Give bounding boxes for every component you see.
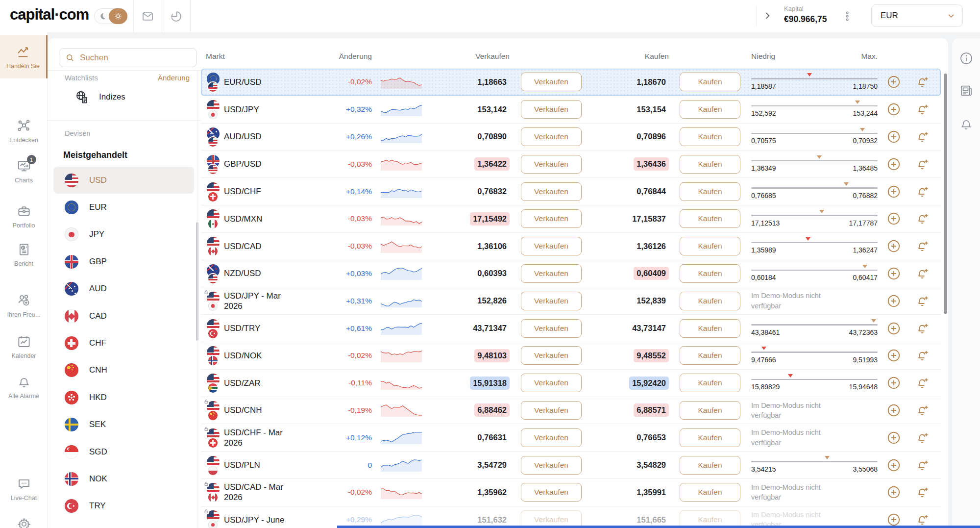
sell-button[interactable]: Verkaufen [521,319,582,338]
add-to-watchlist-icon[interactable] [886,403,901,418]
price-alert-icon[interactable] [915,157,930,172]
add-to-watchlist-icon[interactable] [886,294,901,308]
table-row-usd-cad[interactable]: USD/CAD -0,03% 1,36106 Verkaufen 1,36126… [201,233,941,260]
currency-item-jpy[interactable]: JPY [48,221,197,248]
table-row-gbp-usd[interactable]: GBP/USD -0,03% 1,36422 Verkaufen 1,36436… [201,151,941,178]
currency-item-cad[interactable]: CAD [48,302,197,329]
price-alert-icon[interactable] [915,485,930,500]
sell-button[interactable]: Verkaufen [521,264,582,283]
buy-button[interactable]: Kaufen [680,182,740,201]
add-to-watchlist-icon[interactable] [886,75,901,89]
price-alert-icon[interactable] [915,102,930,117]
theme-toggle[interactable] [94,8,127,24]
table-scrollbar[interactable] [944,74,947,314]
add-to-watchlist-icon[interactable] [886,485,901,500]
table-row-usd-zar[interactable]: USD/ZAR -0,11% 15,91318 Verkaufen 15,924… [201,370,941,397]
currency-item-nok[interactable]: NOK [48,465,197,492]
sell-button[interactable]: Verkaufen [521,483,582,502]
price-alert-icon[interactable] [915,321,930,336]
sell-button[interactable]: Verkaufen [521,73,582,91]
table-row-usd-chf[interactable]: USD/CHF - Mar 2026 +0,12% 0,76631 Verkau… [201,424,941,452]
price-alert-icon[interactable] [915,184,930,199]
currency-item-gbp[interactable]: GBP [48,248,197,275]
add-to-watchlist-icon[interactable] [886,129,901,144]
table-row-aud-usd[interactable]: AUD/USD +0,26% 0,70890 Verkaufen 0,70896… [201,124,941,151]
sidebar-item-bericht[interactable]: Bericht [0,238,48,267]
buy-button[interactable]: Kaufen [680,483,740,502]
price-alert-icon[interactable] [915,294,930,308]
add-to-watchlist-icon[interactable] [886,184,901,199]
currency-item-eur[interactable]: EUR [48,194,197,221]
sidebar-item-einstellung[interactable]: Einstellung... [0,513,48,528]
search-box[interactable] [59,48,197,67]
table-row-usd-jpy[interactable]: USD/JPY - June +0,29% 151,632 Verkaufen … [201,506,941,528]
buy-button[interactable]: Kaufen [680,346,740,365]
search-input[interactable] [80,53,178,63]
sidebar-item-livechat[interactable]: Live-Chat [0,473,48,502]
price-alert-icon[interactable] [915,376,930,390]
add-to-watchlist-icon[interactable] [886,376,901,390]
price-alert-icon[interactable] [915,430,930,445]
sidebar-item-alarme[interactable]: Alle Alarme [0,371,48,400]
mail-icon[interactable] [141,10,154,23]
add-to-watchlist-icon[interactable] [886,321,901,336]
sidebar-item-freunde[interactable]: Ihren Freu... [0,289,48,318]
currency-item-sek[interactable]: SEK [48,411,197,438]
sell-button[interactable]: Verkaufen [521,182,582,201]
info-icon[interactable] [959,51,974,66]
watchlists-change-link[interactable]: Änderung [158,74,190,82]
watchlist-item-indizes[interactable]: Indizes [65,87,125,107]
currency-item-usd[interactable]: USD [53,167,194,194]
currency-item-chf[interactable]: CHF [48,329,197,356]
add-to-watchlist-icon[interactable] [886,239,901,253]
table-row-usd-try[interactable]: USD/TRY +0,61% 43,71347 Verkaufen 43,731… [201,315,941,342]
table-row-usd-chf[interactable]: USD/CHF +0,14% 0,76832 Verkaufen 0,76844… [201,178,941,205]
buy-button[interactable]: Kaufen [680,374,740,392]
news-icon[interactable] [959,83,974,98]
add-to-watchlist-icon[interactable] [886,211,901,226]
sell-button[interactable]: Verkaufen [521,401,582,420]
sidebar-item-portfolio[interactable]: Portfolio [0,200,48,229]
sell-button[interactable]: Verkaufen [521,292,582,310]
table-row-eur-usd[interactable]: EUR/USD -0,02% 1,18663 Verkaufen 1,18670… [201,69,941,96]
currency-item-cnh[interactable]: CNH [48,357,197,384]
buy-button[interactable]: Kaufen [680,237,740,255]
buy-button[interactable]: Kaufen [680,264,740,283]
currency-item-sgd[interactable]: SGD [48,438,197,465]
table-row-nzd-usd[interactable]: NZD/USD +0,03% 0,60393 Verkaufen 0,60409… [201,260,941,288]
sell-button[interactable]: Verkaufen [521,456,582,475]
price-alert-icon[interactable] [915,266,930,281]
sell-button[interactable]: Verkaufen [521,428,582,447]
table-row-usd-jpy[interactable]: USD/JPY +0,32% 153,142 Verkaufen 153,154… [201,96,941,124]
pie-chart-icon[interactable] [170,10,183,23]
add-to-watchlist-icon[interactable] [886,458,901,473]
sell-button[interactable]: Verkaufen [521,155,582,174]
add-to-watchlist-icon[interactable] [886,266,901,281]
add-to-watchlist-icon[interactable] [886,430,901,445]
sidebar-item-handeln[interactable]: Handeln Sie [0,35,48,78]
table-row-usd-mxn[interactable]: USD/MXN -0,03% 17,15492 Verkaufen 17,158… [201,205,941,233]
table-row-usd-pln[interactable]: USD/PLN 0 3,54729 Verkaufen 3,54829 Kauf… [201,452,941,479]
sell-button[interactable]: Verkaufen [521,346,582,365]
sun-icon[interactable] [109,8,127,24]
sidebar-item-kalender[interactable]: Kalender [0,330,48,359]
add-to-watchlist-icon[interactable] [886,157,901,172]
chevron-right-icon[interactable] [762,11,772,21]
buy-button[interactable]: Kaufen [680,456,740,475]
currency-item-try[interactable]: TRY [48,493,197,520]
price-alert-icon[interactable] [915,239,930,253]
currency-item-hkd[interactable]: HKD [48,384,197,411]
currency-selector[interactable]: EUR [871,4,963,27]
price-alert-icon[interactable] [915,348,930,363]
sell-button[interactable]: Verkaufen [521,100,582,119]
price-alert-icon[interactable] [915,75,930,89]
table-row-usd-cad[interactable]: USD/CAD - Mar 2026 -0,02% 1,35962 Verkau… [201,479,941,506]
sell-button[interactable]: Verkaufen [521,237,582,255]
moon-icon[interactable] [95,8,110,24]
add-to-watchlist-icon[interactable] [886,102,901,117]
sell-button[interactable]: Verkaufen [521,127,582,146]
bell-icon[interactable] [959,117,974,131]
currency-item-aud[interactable]: AUD [48,276,197,302]
sell-button[interactable]: Verkaufen [521,209,582,228]
table-row-usd-cnh[interactable]: USD/CNH -0,19% 6,88462 Verkaufen 6,88571… [201,397,941,425]
